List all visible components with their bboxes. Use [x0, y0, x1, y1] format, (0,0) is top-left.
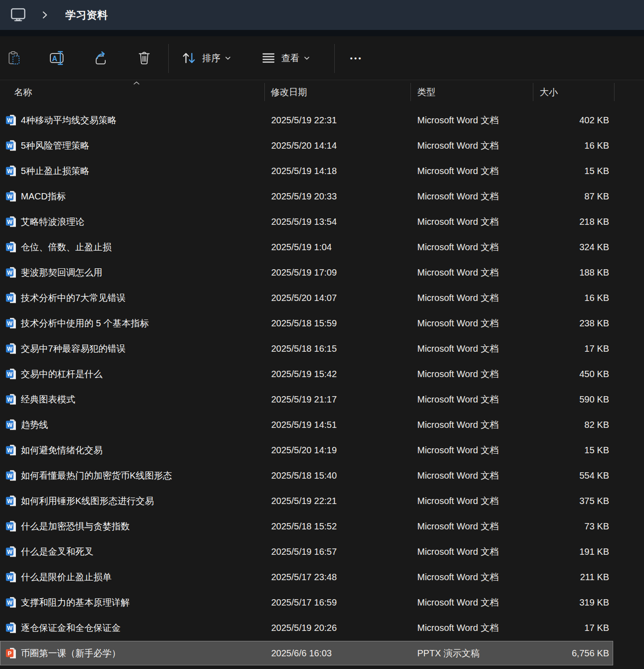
sort-arrows-icon	[181, 51, 197, 65]
column-header-type[interactable]: 类型	[417, 86, 435, 98]
file-row[interactable]: W 交易中的杠杆是什么 2025/5/19 15:42 Microsoft Wo…	[0, 361, 644, 387]
file-row[interactable]: W 5种风险管理策略 2025/5/20 14:14 Microsoft Wor…	[0, 133, 644, 158]
rename-button[interactable]: A	[46, 44, 69, 72]
word-file-icon: W	[5, 393, 17, 405]
svg-text:W: W	[7, 574, 12, 581]
file-row[interactable]: W 逐仓保证金和全仓保证金 2025/5/19 20:26 Microsoft …	[0, 615, 644, 640]
file-size: 188 KB	[533, 267, 609, 278]
file-size: 6,756 KB	[533, 648, 609, 659]
column-header-name[interactable]: 名称	[14, 86, 32, 98]
chevron-down-icon	[304, 56, 310, 60]
paste-button[interactable]	[3, 44, 26, 72]
file-name: 逐仓保证金和全仓保证金	[21, 622, 121, 634]
file-type: Microsoft Word 文档	[417, 292, 499, 304]
trash-icon	[137, 51, 151, 65]
column-header-size[interactable]: 大小	[540, 86, 558, 98]
svg-text:W: W	[7, 320, 12, 327]
file-date-modified: 2025/5/18 15:52	[271, 521, 337, 532]
delete-button[interactable]	[132, 44, 156, 72]
powerpoint-file-icon: P	[5, 647, 17, 659]
file-name: 如何利用锤形K线图形态进行交易	[21, 495, 154, 507]
file-row[interactable]: W 如何避免情绪化交易 2025/5/20 14:19 Microsoft Wo…	[0, 437, 644, 463]
file-type: Microsoft Word 文档	[417, 165, 499, 177]
file-type: Microsoft Word 文档	[417, 571, 499, 583]
word-file-icon: W	[5, 343, 17, 354]
word-file-icon: W	[5, 165, 17, 177]
file-row[interactable]: W MACD指标 2025/5/19 20:33 Microsoft Word …	[0, 184, 644, 209]
file-name: 经典图表模式	[21, 393, 75, 406]
file-date-modified: 2025/5/19 20:33	[271, 191, 337, 202]
file-row[interactable]: W 支撑和阻力的基本原理详解 2025/5/17 16:59 Microsoft…	[0, 590, 644, 615]
view-lines-icon	[261, 52, 276, 64]
file-row[interactable]: W 趋势线 2025/5/19 14:51 Microsoft Word 文档 …	[0, 412, 644, 437]
column-header-date-modified[interactable]: 修改日期	[271, 86, 307, 98]
file-date-modified: 2025/5/19 15:42	[271, 369, 337, 379]
column-separator[interactable]	[410, 83, 411, 101]
svg-text:W: W	[7, 600, 12, 606]
svg-text:W: W	[7, 473, 12, 479]
file-date-modified: 2025/5/19 22:31	[271, 115, 337, 126]
file-type: Microsoft Word 文档	[417, 343, 499, 355]
file-size: 238 KB	[533, 318, 609, 329]
file-size: 87 KB	[533, 191, 609, 202]
svg-text:W: W	[7, 397, 12, 403]
more-options-button[interactable]: •••	[345, 44, 368, 72]
file-date-modified: 2025/5/17 16:59	[271, 597, 337, 608]
share-icon	[93, 50, 108, 66]
word-file-icon: W	[5, 622, 17, 634]
file-row[interactable]: W 经典图表模式 2025/5/19 21:17 Microsoft Word …	[0, 387, 644, 412]
file-size: 82 KB	[533, 420, 609, 430]
file-row[interactable]: W 艾略特波浪理论 2025/5/19 13:54 Microsoft Word…	[0, 209, 644, 234]
file-row[interactable]: W 5种止盈止损策略 2025/5/19 14:18 Microsoft Wor…	[0, 158, 644, 184]
file-name: 什么是加密恐惧与贪婪指数	[21, 520, 130, 533]
file-name: 4种移动平均线交易策略	[21, 114, 117, 126]
svg-text:W: W	[7, 270, 12, 276]
file-row[interactable]: W 什么是限价止盈止损单 2025/5/17 23:48 Microsoft W…	[0, 564, 644, 590]
file-size: 191 KB	[533, 547, 609, 557]
file-type: Microsoft Word 文档	[417, 190, 499, 203]
file-row[interactable]: W 如何利用锤形K线图形态进行交易 2025/5/19 22:21 Micros…	[0, 488, 644, 514]
word-file-icon: W	[5, 241, 17, 253]
word-file-icon: W	[5, 546, 17, 558]
file-type: Microsoft Word 文档	[417, 393, 499, 406]
file-name: 如何避免情绪化交易	[21, 444, 102, 456]
breadcrumb-folder-name[interactable]: 学习资料	[65, 8, 108, 22]
file-size: 17 KB	[533, 344, 609, 354]
file-name: MACD指标	[21, 190, 66, 203]
word-file-icon: W	[5, 190, 17, 202]
file-date-modified: 2025/5/19 20:26	[271, 623, 337, 633]
file-row[interactable]: W 什么是金叉和死叉 2025/5/19 16:57 Microsoft Wor…	[0, 539, 644, 564]
sort-button[interactable]: 排序	[178, 44, 234, 72]
column-separator[interactable]	[264, 83, 265, 101]
column-separator[interactable]	[533, 83, 533, 101]
file-date-modified: 2025/5/19 13:54	[271, 217, 337, 227]
file-name: 技术分析中的7大常见错误	[21, 292, 126, 304]
column-header-row: 名称 修改日期 类型 大小	[0, 80, 644, 103]
word-file-icon: W	[5, 368, 17, 380]
file-row[interactable]: W 4种移动平均线交易策略 2025/5/19 22:31 Microsoft …	[0, 107, 644, 133]
word-file-icon: W	[5, 317, 17, 329]
file-name: 技术分析中使用的 5 个基本指标	[21, 317, 149, 330]
file-row[interactable]: W 如何看懂最热门的加密货币K线图形态 2025/5/18 15:40 Micr…	[0, 463, 644, 488]
file-type: Microsoft Word 文档	[417, 596, 499, 609]
file-type: Microsoft Word 文档	[417, 267, 499, 279]
toolbar-divider	[334, 44, 335, 73]
file-name: 什么是限价止盈止损单	[21, 571, 112, 583]
file-row[interactable]: W 仓位、倍数、止盈止损 2025/5/19 1:04 Microsoft Wo…	[0, 234, 644, 260]
file-type: Microsoft Word 文档	[417, 419, 499, 431]
file-row[interactable]: P 币圈第一课（新手必学） 2025/6/6 16:03 PPTX 演示文稿 6…	[0, 640, 644, 666]
svg-text:W: W	[7, 447, 12, 454]
file-row[interactable]: W 交易中7种最容易犯的错误 2025/5/18 16:15 Microsoft…	[0, 336, 644, 361]
file-date-modified: 2025/5/19 21:17	[271, 394, 337, 405]
file-row[interactable]: W 斐波那契回调怎么用 2025/5/19 17:09 Microsoft Wo…	[0, 260, 644, 285]
column-separator[interactable]	[614, 83, 615, 101]
file-row[interactable]: W 技术分析中的7大常见错误 2025/5/20 14:07 Microsoft…	[0, 285, 644, 310]
this-pc-monitor-icon[interactable]	[10, 7, 26, 23]
svg-text:W: W	[7, 244, 12, 251]
file-row[interactable]: W 什么是加密恐惧与贪婪指数 2025/5/18 15:52 Microsoft…	[0, 514, 644, 539]
share-button[interactable]	[89, 44, 112, 72]
file-type: Microsoft Word 文档	[417, 140, 499, 152]
svg-text:P: P	[8, 650, 11, 657]
view-button[interactable]: 查看	[258, 44, 313, 72]
file-row[interactable]: W 技术分析中使用的 5 个基本指标 2025/5/18 15:59 Micro…	[0, 310, 644, 336]
